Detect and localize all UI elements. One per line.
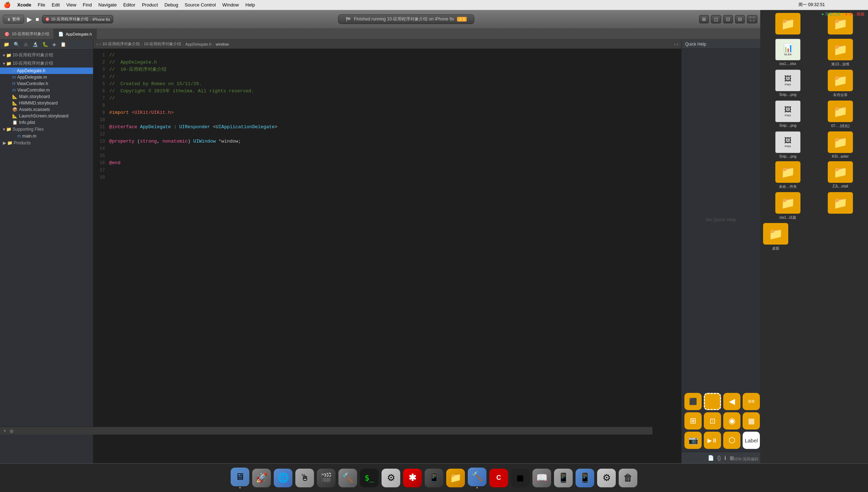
desktop-item-8[interactable]: 📁 ios1...试题 <box>763 192 813 220</box>
menu-source-control[interactable]: Source Control <box>185 2 216 8</box>
fullscreen[interactable]: ⛶ <box>747 15 757 23</box>
dock-prefs[interactable]: ⚙ <box>382 469 400 487</box>
main-group[interactable]: ▾ 📁 10-应用程序对象介绍 <box>0 59 93 68</box>
nav-path-symbol[interactable]: window <box>216 42 229 46</box>
file-main-storyboard[interactable]: 📐 Main.storyboard <box>0 93 93 100</box>
dock-xmind[interactable]: ✱ <box>403 469 422 487</box>
dock-terminal[interactable]: $_ <box>360 469 379 487</box>
desktop-item-6[interactable]: 📁 未命…件夹 <box>763 161 813 189</box>
root-group[interactable]: ▾ 📁 10-应用程序对象介绍 <box>0 51 93 59</box>
dock-safari[interactable]: 🌐 <box>274 469 292 487</box>
file-assets[interactable]: 📦 Assets.xcassets <box>0 106 93 113</box>
utilities-toggle[interactable]: ⊡ <box>723 15 733 23</box>
uikit-icon-5[interactable]: ⊡ <box>704 412 721 430</box>
uikit-icon-label[interactable]: Label <box>743 432 760 449</box>
dock-finder[interactable]: 🖥 <box>231 468 249 488</box>
dock-app3[interactable]: ⚙ <box>597 469 616 487</box>
menu-help[interactable]: Help <box>245 2 255 8</box>
apple-menu[interactable]: 🍎 <box>4 1 11 8</box>
dock-mouse[interactable]: 🖱 <box>295 469 314 487</box>
file-viewcontroller-m[interactable]: m ViewController.m <box>0 87 93 93</box>
qh-file-btn[interactable]: 📄 <box>708 455 714 461</box>
file-info-plist[interactable]: 📋 Info.plist <box>0 119 93 126</box>
tab-1[interactable]: 📄 AppDelegate.h <box>54 29 97 39</box>
stop-button[interactable]: ⏸ 暂停 <box>3 15 24 24</box>
file-launchscreen[interactable]: 📐 LaunchScreen.storyboard <box>0 113 93 119</box>
dock-app1[interactable]: 📱 <box>425 469 443 487</box>
file-appdelegate-m[interactable]: m AppDelegate.m <box>0 74 93 80</box>
file-main-m[interactable]: m main.m <box>0 133 93 139</box>
menu-product[interactable]: Product <box>142 2 158 8</box>
uikit-icon-4[interactable]: ⊞ <box>684 412 702 430</box>
nav-search-btn[interactable]: 🔍 <box>12 41 21 48</box>
desktop-item-2[interactable]: 📁 第13...业维 <box>816 39 865 67</box>
menu-view[interactable]: View <box>66 2 76 8</box>
dock-csdn[interactable]: C <box>489 469 508 487</box>
nav-path-next[interactable]: › <box>677 42 678 46</box>
desktop-item-4[interactable]: 📁 07-…(优化) <box>816 101 865 129</box>
dock-xcode[interactable]: 🔨 <box>468 468 486 488</box>
dock-script[interactable]: 🔨 <box>338 469 357 487</box>
nav-folder-btn[interactable]: 📁 <box>2 41 11 48</box>
nav-report-btn[interactable]: 📋 <box>59 41 68 48</box>
nav-warning-btn[interactable]: ⚠ <box>22 41 29 48</box>
nav-path-root[interactable]: 10-应用程序对象介绍 <box>102 41 140 47</box>
uikit-icon-8[interactable]: 📷 <box>684 432 702 449</box>
qh-info-btn[interactable]: ℹ <box>724 455 726 461</box>
dock-trash[interactable]: 🗑 <box>619 469 637 487</box>
uikit-icon-10[interactable]: ⬡ <box>723 432 740 449</box>
desktop-item-xlsx[interactable]: 📊 XLSX ios1....xlsx <box>763 39 813 67</box>
dock-simulator[interactable]: 📱 <box>576 469 594 487</box>
menu-xcode[interactable]: Xcode <box>17 2 31 8</box>
debug-toggle[interactable]: ◫ <box>711 15 721 23</box>
uikit-icon-2[interactable]: ◀ <box>723 393 740 410</box>
desktop-item-png2[interactable]: 🖼 PNG Snip....png <box>763 101 813 129</box>
split-view[interactable]: ⊟ <box>735 15 745 23</box>
uikit-icon-3[interactable]: ≡≡ <box>743 393 760 410</box>
uikit-icon-9[interactable]: ▶⏸ <box>704 432 721 449</box>
menu-window[interactable]: Window <box>222 2 239 8</box>
menu-navigate[interactable]: Navigate <box>98 2 117 8</box>
desktop-item-7[interactable]: 📁 ZJL...etail <box>816 161 865 189</box>
desktop-item-0[interactable]: 📁 <box>763 13 813 36</box>
desktop-item-png1[interactable]: 🖼 PNG Snip....png <box>763 70 813 98</box>
menu-file[interactable]: File <box>38 2 45 8</box>
qh-code-btn[interactable]: {} <box>717 455 721 461</box>
menu-find[interactable]: Find <box>83 2 92 8</box>
file-hmmmd-storyboard[interactable]: 📐 HMMMD.storyboard <box>0 100 93 106</box>
navigator-toggle[interactable]: ⊞ <box>699 15 709 23</box>
desktop-item-9[interactable]: 📁 <box>816 192 865 220</box>
uikit-icon-6[interactable]: ◉ <box>723 412 740 430</box>
run-button[interactable]: ▶ <box>27 15 32 23</box>
tab-0[interactable]: 🎯 10-应用程序对象介绍 <box>0 29 54 39</box>
nav-path-prev[interactable]: ‹ <box>674 42 676 46</box>
nav-forward[interactable]: › <box>99 41 101 47</box>
nav-breakpoint-btn[interactable]: ◈ <box>51 41 57 48</box>
uikit-icon-1[interactable] <box>704 393 721 410</box>
dock-quicktime[interactable]: 🎬 <box>317 469 336 487</box>
supporting-files-group[interactable]: ▾ 📁 Supporting Files <box>0 126 93 133</box>
code-editor[interactable]: 1 // 2 // AppDelegate.h 3 // 10-应用程序对象介绍 <box>93 49 681 463</box>
add-file-btn[interactable]: + <box>4 428 6 433</box>
file-appdelegate-h[interactable]: H AppDelegate.h <box>0 68 93 74</box>
menu-debug[interactable]: Debug <box>165 2 178 8</box>
build-stop-button[interactable]: ■ <box>36 16 39 23</box>
menu-editor[interactable]: Editor <box>123 2 135 8</box>
desktop-item-3[interactable]: 📁 车丹分享 <box>816 70 865 98</box>
desktop-item-desktop[interactable]: 📁 桌面 <box>763 223 788 251</box>
dock-launchpad[interactable]: 🚀 <box>252 469 271 487</box>
uikit-icon-0[interactable]: ⬛ <box>684 393 702 410</box>
nav-test-btn[interactable]: 🔬 <box>31 41 40 48</box>
nav-path-group[interactable]: 10-应用程序对象介绍 <box>144 41 181 47</box>
scheme-selector[interactable]: 🎯 10-应用程序对象介绍 › iPhone 6s <box>42 15 114 23</box>
uikit-icon-7[interactable]: ▦ <box>743 412 760 430</box>
desktop-item-png3[interactable]: 🖼 PNG Snip....png <box>763 131 813 158</box>
nav-back[interactable]: ‹ <box>96 41 98 47</box>
dock-app2[interactable]: ◼ <box>511 469 530 487</box>
desktop-item-5[interactable]: 📁 KSI...aster <box>816 131 865 158</box>
dock-simpholders[interactable]: 📁 <box>446 469 465 487</box>
menu-edit[interactable]: Edit <box>52 2 60 8</box>
filter-btn[interactable]: ◎ <box>10 428 13 433</box>
nav-path-file[interactable]: AppDelegate.h <box>185 42 212 46</box>
dock-dash[interactable]: 📖 <box>532 469 551 487</box>
